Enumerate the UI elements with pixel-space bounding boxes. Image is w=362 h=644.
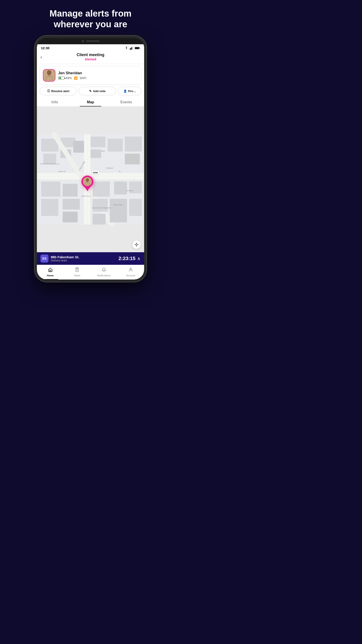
bottom-address: 98b Fakenham St. — [51, 255, 79, 259]
phone-screen: 12:30 — [37, 44, 144, 280]
svg-text:Church Of St. Mary The Less: Church Of St. Mary The Less — [40, 163, 60, 165]
battery-icon — [135, 46, 140, 50]
svg-point-62 — [130, 268, 131, 270]
nav-account-label: Account — [126, 274, 135, 277]
pin-avatar — [83, 177, 92, 186]
camera-notch — [81, 40, 84, 42]
battery-fill — [59, 77, 61, 79]
alert-meta: 49% 📶 WIFI — [58, 76, 138, 80]
status-time: 12:30 — [41, 46, 49, 50]
pin-person-figure — [84, 178, 91, 186]
bottom-team: Delivery team — [51, 259, 79, 262]
phone-mockup: 12:30 — [35, 36, 146, 282]
alert-person-name: Jen Sheridan — [58, 71, 138, 75]
wifi-icon — [124, 46, 128, 50]
resolve-alert-button[interactable]: ⓘ Resolve alert — [39, 87, 77, 95]
tasks-icon — [75, 267, 79, 274]
svg-text:Strutt & Park...: Strutt & Park... — [113, 204, 123, 206]
crosshair-icon — [134, 242, 139, 247]
nav-notifications[interactable]: Notifications — [90, 265, 117, 280]
svg-rect-27 — [41, 182, 60, 196]
svg-rect-37 — [110, 199, 127, 222]
svg-rect-36 — [93, 214, 106, 224]
tab-map[interactable]: Map — [73, 98, 108, 106]
svg-rect-5 — [139, 48, 140, 48]
svg-rect-3 — [132, 46, 133, 50]
profile-label: Pro… — [128, 90, 136, 93]
profile-button[interactable]: 👤 Pro… — [118, 87, 141, 95]
svg-rect-38 — [129, 199, 142, 216]
nav-home-label: Home — [47, 274, 54, 277]
home-icon — [48, 267, 53, 274]
svg-rect-57 — [50, 270, 51, 272]
svg-rect-35 — [93, 199, 108, 212]
action-buttons-row: ⓘ Resolve alert ✎ Add note 👤 Pro… — [37, 87, 144, 98]
svg-text:Upper King St.: Upper King St. — [81, 195, 91, 197]
bottom-strip-left: ES 98b Fakenham St. Delivery team — [40, 254, 79, 262]
pin-now-label: now — [92, 170, 99, 174]
avatar — [43, 69, 55, 82]
add-note-label: Add note — [93, 90, 105, 93]
nav-home[interactable]: Home — [37, 265, 64, 280]
header-title: Client meeting — [77, 52, 104, 57]
battery-status: 49% — [58, 76, 72, 80]
nav-tasks[interactable]: Tasks — [64, 265, 90, 280]
svg-point-7 — [47, 70, 51, 75]
person-avatar — [44, 69, 54, 81]
tab-info[interactable]: Info — [37, 98, 73, 106]
tabs-bar: Info Map Events — [37, 98, 144, 107]
status-bar: 12:30 — [37, 44, 144, 51]
nav-notifications-label: Notifications — [97, 274, 111, 277]
pin-bubble — [79, 173, 96, 190]
svg-rect-31 — [62, 212, 77, 222]
phone-notch — [37, 38, 144, 44]
svg-rect-28 — [62, 184, 77, 197]
map-view[interactable]: Church Alley Tombland Haart Queen St. To… — [37, 107, 144, 252]
alert-info: Jen Sheridan 49% 📶 WIFI — [58, 71, 138, 80]
pencil-icon: ✎ — [89, 90, 92, 93]
svg-rect-33 — [114, 182, 127, 194]
chevron-up-icon[interactable]: ∧ — [137, 256, 141, 261]
add-note-button[interactable]: ✎ Add note — [79, 87, 116, 95]
nav-tasks-label: Tasks — [74, 274, 80, 277]
bottom-strip-right: 2:23:15 ∧ — [118, 256, 141, 262]
svg-rect-9 — [46, 77, 52, 81]
svg-text:...aCubana: ...aCubana — [125, 190, 133, 192]
map-crosshair-button[interactable] — [132, 240, 141, 249]
svg-rect-2 — [131, 47, 132, 50]
signal-bars-icon: 📶 — [74, 76, 77, 80]
svg-text:Queen St.: Queen St. — [58, 170, 66, 172]
resolve-icon: ⓘ — [47, 89, 50, 93]
bottom-strip: ES 98b Fakenham St. Delivery team 2:23:1… — [37, 252, 144, 265]
nav-account[interactable]: Account — [117, 265, 144, 280]
speaker-notch — [86, 40, 99, 42]
back-button[interactable]: ‹ — [40, 54, 42, 60]
svg-text:Haart: Haart — [101, 150, 105, 152]
notifications-icon — [101, 267, 106, 274]
wifi-label: WIFI — [80, 76, 86, 80]
svg-rect-0 — [130, 48, 130, 50]
svg-point-49 — [86, 178, 89, 182]
bottom-address-group: 98b Fakenham St. Delivery team — [51, 255, 79, 262]
svg-rect-15 — [73, 141, 85, 153]
svg-rect-16 — [88, 137, 105, 147]
tab-events[interactable]: Events — [108, 98, 144, 106]
headline-line2: wherever you are — [54, 19, 127, 29]
header-status: Alerted — [85, 57, 96, 61]
app-header: ‹ Client meeting Alerted — [37, 51, 144, 64]
es-badge: ES — [40, 254, 48, 262]
svg-rect-19 — [125, 137, 142, 152]
svg-text:To...: To... — [118, 170, 122, 172]
svg-text:City and Council Residential: City and Council Residential — [92, 207, 111, 209]
bottom-nav: Home Tasks — [37, 265, 144, 280]
svg-rect-30 — [62, 199, 80, 210]
alert-card: Jen Sheridan 49% 📶 WIFI — [39, 66, 141, 84]
timer-display: 2:23:15 — [118, 256, 135, 262]
battery-percent: 49% — [65, 76, 72, 80]
status-icons — [124, 46, 140, 50]
svg-rect-20 — [125, 154, 140, 164]
battery-bar-icon — [58, 76, 64, 80]
headline: Manage alerts from wherever you are — [36, 8, 145, 30]
svg-rect-1 — [130, 48, 131, 50]
headline-line1: Manage alerts from — [50, 8, 132, 18]
